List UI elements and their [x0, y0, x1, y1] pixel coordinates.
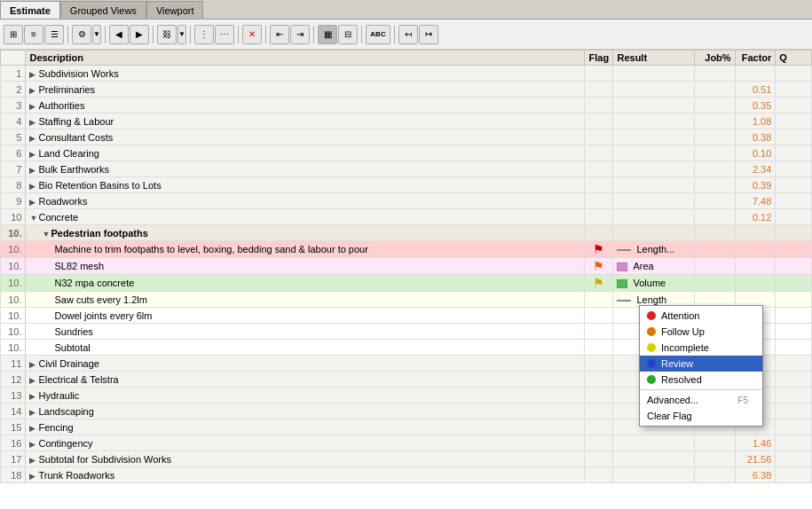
expand-icon[interactable]: ▶ — [29, 102, 38, 111]
link-dropdown-button[interactable]: ▼ — [177, 25, 186, 44]
row-flag[interactable] — [585, 225, 613, 241]
expand-icon[interactable]: ▶ — [29, 150, 38, 159]
row-flag[interactable] — [585, 340, 613, 356]
row-flag[interactable] — [585, 356, 613, 372]
row-description[interactable]: ▶ Authorities — [26, 98, 585, 114]
row-description[interactable]: ▶ Land Clearing — [26, 145, 585, 161]
expand-icon[interactable]: ▶ — [29, 376, 38, 385]
tab-estimate[interactable]: Estimate — [0, 1, 60, 19]
expand-icon[interactable]: ▶ — [29, 440, 38, 449]
filter2-button[interactable]: ⊟ — [338, 25, 358, 44]
ctx-advanced[interactable]: Advanced... F5 — [640, 392, 762, 408]
expand-icon[interactable]: ▶ — [29, 86, 38, 95]
row-flag[interactable] — [585, 451, 613, 467]
row-description[interactable]: ▶ Landscaping — [26, 403, 585, 419]
row-description[interactable]: Sundries — [26, 324, 585, 340]
bullet-list-button[interactable]: ⋮ — [194, 25, 214, 44]
expand-icon[interactable]: ▶ — [29, 472, 38, 481]
row-flag[interactable]: ⚑ — [585, 241, 613, 258]
row-description[interactable]: ▶ Trunk Roadworks — [26, 467, 585, 483]
expand-icon[interactable]: ▶ — [29, 360, 38, 369]
row-description[interactable]: Saw cuts every 1.2lm — [26, 292, 585, 308]
expand-icon[interactable]: ▶ — [29, 456, 38, 465]
row-description[interactable]: ▶ Contingency — [26, 435, 585, 451]
row-flag[interactable] — [585, 98, 613, 114]
settings-button[interactable]: ⚙ — [72, 25, 91, 44]
delete-button[interactable]: ✕ — [242, 25, 262, 44]
link-button[interactable]: ⛓ — [157, 25, 177, 44]
expand-icon[interactable]: ▶ — [29, 198, 38, 207]
row-description[interactable]: ▶ Subtotal for Subdivision Works — [26, 451, 585, 467]
expand-icon[interactable]: ▶ — [29, 134, 38, 143]
row-flag[interactable] — [585, 419, 613, 435]
ctx-resolved[interactable]: Resolved — [640, 372, 762, 388]
row-description[interactable]: ▶ Roadworks — [26, 193, 585, 209]
expand-icon[interactable]: ▼ — [29, 214, 38, 223]
prev-button[interactable]: ◀ — [109, 25, 129, 44]
row-flag[interactable] — [585, 66, 613, 82]
list2-view-button[interactable]: ☰ — [44, 25, 64, 44]
row-flag[interactable] — [585, 308, 613, 324]
row-description[interactable]: ▶ Staffing & Labour — [26, 114, 585, 129]
indent-left-button[interactable]: ⇤ — [270, 25, 289, 44]
row-description[interactable]: ▶ Electrical & Telstra — [26, 372, 585, 388]
abc-button[interactable]: ABC — [366, 25, 390, 44]
expand-icon[interactable]: ▶ — [29, 424, 38, 433]
row-description[interactable]: ▶ Fencing — [26, 419, 585, 435]
row-flag[interactable] — [585, 324, 613, 340]
row-description[interactable]: ▶ Preliminaries — [26, 82, 585, 98]
row-flag[interactable] — [585, 129, 613, 145]
row-description[interactable]: ▶ Bulk Earthworks — [26, 161, 585, 177]
row-flag[interactable] — [585, 177, 613, 193]
row-description[interactable]: Dowel joints every 6lm — [26, 308, 585, 324]
row-description[interactable]: SL82 mesh — [26, 258, 585, 275]
expand-icon[interactable]: ▶ — [29, 118, 38, 127]
ctx-incomplete[interactable]: Incomplete — [640, 340, 762, 356]
row-flag[interactable] — [585, 388, 613, 403]
row-description[interactable]: ▶ Hydraulic — [26, 388, 585, 403]
row-description[interactable]: ▼ Concrete — [26, 209, 585, 225]
expand-icon[interactable]: ▶ — [29, 182, 38, 191]
row-flag[interactable] — [585, 145, 613, 161]
row-flag[interactable] — [585, 209, 613, 225]
ctx-clear-flag[interactable]: Clear Flag — [640, 408, 762, 424]
row-description[interactable]: ▼ Pedestrian footpaths — [26, 225, 585, 241]
move-left-button[interactable]: ↤ — [398, 25, 418, 44]
row-flag[interactable] — [585, 435, 613, 451]
row-description[interactable]: Subtotal — [26, 340, 585, 356]
row-description[interactable]: ▶ Bio Retention Basins to Lots — [26, 177, 585, 193]
expand-icon[interactable]: ▶ — [29, 70, 38, 79]
row-flag[interactable] — [585, 161, 613, 177]
expand-icon[interactable]: ▼ — [42, 230, 51, 239]
expand-icon[interactable]: ▶ — [29, 408, 38, 417]
expand-icon[interactable]: ▶ — [29, 392, 38, 401]
row-description[interactable]: ▶ Consultant Costs — [26, 129, 585, 145]
row-description[interactable]: ▶ Civil Drainage — [26, 356, 585, 372]
row-flag[interactable]: ⚑ — [585, 275, 613, 292]
row-flag[interactable] — [585, 467, 613, 483]
row-description[interactable]: ▶ Subdivision Works — [26, 66, 585, 82]
row-flag[interactable] — [585, 403, 613, 419]
list-view-button[interactable]: ≡ — [24, 25, 43, 44]
ctx-follow-up[interactable]: Follow Up — [640, 324, 762, 340]
row-description[interactable]: N32 mpa concrete — [26, 275, 585, 292]
filter-button[interactable]: ▦ — [318, 25, 337, 44]
tab-viewport[interactable]: Viewport — [146, 1, 204, 19]
row-flag[interactable] — [585, 292, 613, 308]
row-flag[interactable] — [585, 114, 613, 129]
next-button[interactable]: ▶ — [130, 25, 149, 44]
row-description[interactable]: Machine to trim footpaths to level, boxi… — [26, 241, 585, 258]
row-flag[interactable] — [585, 193, 613, 209]
grid-view-button[interactable]: ⊞ — [4, 25, 23, 44]
number-list-button[interactable]: ⋯ — [215, 25, 234, 44]
tab-grouped-views[interactable]: Grouped Views — [60, 1, 146, 19]
ctx-attention[interactable]: Attention — [640, 308, 762, 324]
settings-dropdown-button[interactable]: ▼ — [92, 25, 101, 44]
row-flag[interactable] — [585, 82, 613, 98]
move-right-button[interactable]: ↦ — [419, 25, 438, 44]
ctx-review[interactable]: Review — [640, 356, 762, 372]
row-flag[interactable] — [585, 372, 613, 388]
row-flag[interactable]: ⚑ — [585, 258, 613, 275]
indent-right-button[interactable]: ⇥ — [290, 25, 310, 44]
expand-icon[interactable]: ▶ — [29, 166, 38, 175]
